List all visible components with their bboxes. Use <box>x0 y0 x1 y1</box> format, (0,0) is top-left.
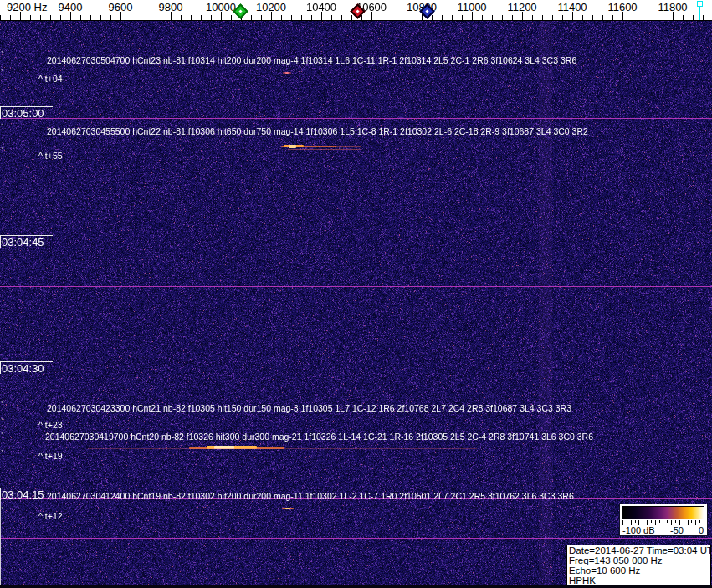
frequency-tick <box>10 15 11 20</box>
frequency-tick <box>40 15 41 20</box>
frequency-tick <box>412 15 412 20</box>
meteor-echo-streak <box>289 145 296 148</box>
frequency-tick <box>482 15 483 20</box>
time-gridline <box>0 371 712 371</box>
time-label-bracket-edge <box>0 361 1 374</box>
time-edge-tick: ` <box>1 53 4 58</box>
colorbar-label-mid: -50 <box>670 525 684 535</box>
frequency-tick <box>100 15 101 20</box>
detection-time-marker: ^ t+12 <box>38 511 63 521</box>
time-gridline <box>0 118 712 119</box>
frequency-tick <box>382 15 382 20</box>
time-edge-tick: ` <box>1 434 4 439</box>
frequency-tick <box>281 15 282 20</box>
frequency-tick <box>683 15 684 20</box>
intensity-colorbar: -100 dB -50 0 <box>619 504 708 536</box>
vertical-line-segment <box>546 117 546 169</box>
frequency-tick <box>60 15 61 20</box>
detection-time-marker: ^ t+19 <box>38 451 63 461</box>
detection-annotation: 20140627030423300 hCnt21 nb-82 f10305 hi… <box>47 403 571 413</box>
frequency-tick-label: 9600 <box>109 1 133 13</box>
time-gridline <box>0 33 712 33</box>
meteor-echo-streak <box>285 508 290 509</box>
frequency-tick <box>50 15 51 20</box>
time-edge-tick: ` <box>1 420 4 425</box>
frequency-tick <box>562 15 563 20</box>
info-box: Date=2014-06-27 Time=03:04 UTC Freq=143 … <box>566 545 711 585</box>
time-edge-tick: ` <box>1 125 4 130</box>
frequency-tick <box>261 15 262 20</box>
detection-annotation: 20140627030504700 hCnt23 nb-81 f10314 hi… <box>47 55 576 65</box>
time-edge-tick: ` <box>1 452 4 457</box>
frequency-tick <box>582 15 583 20</box>
frequency-tick <box>351 15 352 20</box>
frequency-tick-label: 11000 <box>457 1 486 13</box>
meteor-echo-streak <box>335 146 361 147</box>
frequency-tick-label: 9400 <box>59 1 83 13</box>
detection-annotation: 20140627030419700 hCnt20 nb-82 f10326 hi… <box>45 432 593 442</box>
frequency-tick-label: 10000 <box>206 1 236 13</box>
time-edge-tick: ` <box>1 509 4 514</box>
detection-time-marker: ^ t+55 <box>38 151 63 161</box>
frequency-tick <box>492 15 493 20</box>
frequency-scale: 9200 Hz940096009800100001020010400106001… <box>0 0 712 21</box>
meteor-echo-streak <box>88 448 477 449</box>
diamond-center-dot <box>356 9 359 13</box>
frequency-tick <box>643 15 643 20</box>
frequency-tick <box>30 15 31 20</box>
frequency-tick <box>392 15 392 20</box>
cyan-cursor-handle-icon[interactable] <box>697 1 703 7</box>
frequency-tick <box>301 15 302 20</box>
time-edge-tick: ` <box>1 71 4 76</box>
frequency-tick-label: 11600 <box>607 1 637 13</box>
time-label: 03:04:30 <box>2 362 44 375</box>
frequency-tick <box>532 15 533 20</box>
info-station-line: HPHK <box>569 575 709 585</box>
detection-annotation: 20140627030412400 hCnt19 nb-82 f10302 hi… <box>47 491 574 501</box>
time-edge-tick: ` <box>1 403 4 408</box>
frequency-tick <box>432 15 433 20</box>
frequency-tick <box>231 15 232 20</box>
detection-annotation: 20140627030455500 hCnt22 nb-81 f10306 hi… <box>47 126 588 136</box>
frequency-tick <box>502 15 503 20</box>
frequency-tick <box>131 15 131 20</box>
colorbar-gradient <box>622 506 704 519</box>
frequency-tick-label: 10400 <box>306 1 336 13</box>
frequency-tick <box>552 15 553 20</box>
frequency-tick <box>602 15 603 20</box>
meteor-echo-streak <box>285 72 289 74</box>
frequency-tick <box>141 15 141 20</box>
frequency-tick <box>191 15 192 20</box>
time-edge-tick: ` <box>1 149 4 154</box>
frequency-tick <box>0 15 1 20</box>
frequency-tick-label: 11400 <box>557 1 587 13</box>
frequency-tick <box>90 15 91 20</box>
frequency-tick <box>402 15 402 20</box>
info-date-line: Date=2014-06-27 Time=03:04 UTC <box>569 545 709 555</box>
frequency-tick <box>201 15 202 20</box>
frequency-tick <box>512 15 513 20</box>
time-label: 03:04:45 <box>2 236 44 248</box>
colorbar-label-max: 0 <box>699 525 704 535</box>
colorbar-label-min: -100 dB <box>622 525 655 535</box>
meteor-echo-streak <box>288 149 361 150</box>
frequency-tick <box>542 15 543 20</box>
left-edge-border <box>0 488 1 585</box>
frequency-tick-label: 9800 <box>159 1 183 13</box>
frequency-tick <box>663 15 663 20</box>
frequency-tick-label: 11800 <box>658 1 687 13</box>
time-label: 03:05:00 <box>2 107 44 120</box>
frequency-tick <box>80 15 81 20</box>
frequency-tick <box>251 15 252 20</box>
spectrogram-canvas <box>0 21 712 588</box>
info-freq-line: Freq=143 050 000 Hz <box>569 555 709 565</box>
time-label-bracket-edge <box>0 235 1 248</box>
frequency-tick <box>653 15 653 20</box>
frequency-tick <box>341 15 342 20</box>
frequency-tick <box>693 15 694 20</box>
colorbar-labels: -100 dB -50 0 <box>622 525 704 536</box>
frequency-tick-label: 10200 <box>256 1 286 13</box>
frequency-tick <box>311 15 312 20</box>
frequency-tick <box>462 15 463 20</box>
frequency-tick <box>291 15 292 20</box>
